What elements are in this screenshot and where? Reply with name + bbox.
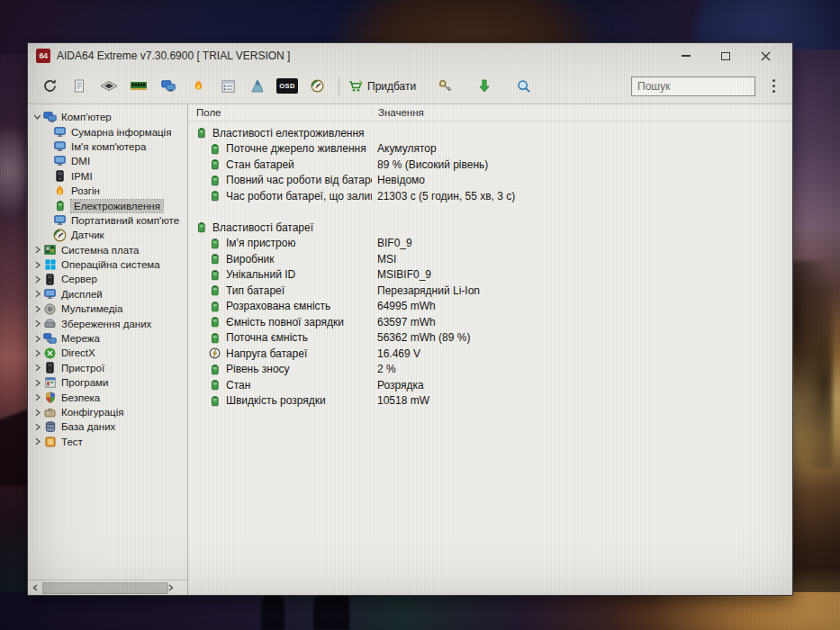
tree-item[interactable]: Дисплей [28,287,187,302]
tree-item[interactable]: Безпека [28,390,187,404]
close-button[interactable] [745,44,785,68]
battery-icon [208,174,221,186]
battery-icon [194,221,208,234]
sidebar-horizontal-scrollbar[interactable] [28,580,187,595]
more-menu-button[interactable] [763,75,783,98]
tree-item[interactable]: Тест [28,435,187,449]
column-header-field[interactable]: Поле [188,107,372,118]
refresh-icon [42,78,58,94]
network-icon [43,332,57,345]
buy-button[interactable]: Придбати [348,75,416,98]
scroll-left-arrow[interactable] [28,580,42,596]
tree-item-content: Конфігурація [43,406,126,418]
info-row[interactable]: Рівень зносу2 % [188,362,792,378]
tree-item[interactable]: Системна плата [28,243,187,257]
flame-button[interactable] [187,75,209,98]
column-headers: Поле Значення [188,104,792,122]
tree-item-content: Операційна система [43,258,163,271]
devices-icon [161,80,176,93]
info-value: MSIBIF0_9 [372,268,792,281]
tree-item-label: Датчик [71,229,107,241]
chevron-right-icon [32,259,43,270]
wizard-button[interactable] [247,75,268,98]
info-row[interactable]: Поточна ємність56362 mWh (89 %) [188,330,792,346]
info-row[interactable]: Ємність повної зарядки63597 mWh [188,314,792,330]
key-button[interactable] [434,75,456,98]
column-header-value[interactable]: Значення [372,107,792,118]
buy-icon [348,80,363,93]
section-header-row[interactable]: Властивості електроживлення [188,125,792,141]
info-field-label: Поточне джерело живлення [226,142,366,155]
tree-item[interactable]: Сервер [28,272,187,286]
tree-item-label: Безпека [61,392,103,404]
chevron-right-icon [32,274,43,284]
report-button[interactable] [68,75,90,98]
search-button[interactable] [513,75,535,98]
title-bar[interactable]: 64 AIDA64 Extreme v7.30.6900 [ TRIAL VER… [28,43,792,68]
info-row[interactable]: СтанРозрядка [188,377,792,393]
download-button[interactable] [474,75,495,98]
tower-icon [43,362,57,374]
chevron-right-icon [32,363,43,374]
battery-icon [208,284,221,297]
minimize-button[interactable] [666,44,706,68]
info-row[interactable]: Розрахована ємність64995 mWh [188,299,792,315]
tree-item[interactable]: Датчик [28,228,187,242]
tree-item[interactable]: Мультимедіа [28,302,187,316]
scrollbar-thumb[interactable] [42,582,168,594]
tree-item[interactable]: Збереження даних [28,316,187,330]
computer-icon [43,111,57,123]
gauge-button[interactable] [306,75,328,98]
info-field-label: Виробник [226,253,275,266]
tree-item[interactable]: Мережа [28,331,187,346]
info-row[interactable]: Напруга батареї16.469 V [188,346,792,362]
tree-item[interactable]: DirectX [28,346,187,360]
info-row[interactable]: Ім'я пристроюBIF0_9 [188,236,792,252]
info-row[interactable]: Стан батарей89 % (Високий рівень) [188,157,792,173]
gauge-icon [311,79,324,93]
toolbar: OSDПридбати [28,68,792,104]
info-row[interactable]: Поточне джерело живленняАкумулятор [188,141,792,158]
tree-item[interactable]: Електроживлення [28,198,187,212]
section-header-row[interactable]: Властивості батареї [188,220,792,236]
tree-item[interactable]: IPMI [28,169,187,184]
tree-item-content: Пристрої [43,362,107,374]
maximize-button[interactable] [706,44,745,68]
tree-item[interactable]: Конфігурація [28,405,187,419]
info-row[interactable]: Час роботи батареї, що залиш...21303 с (… [188,188,792,204]
devices-button[interactable] [158,75,179,98]
tree-item[interactable]: Сумарна інформація [28,124,187,139]
osd-button[interactable]: OSD [276,75,298,98]
info-row[interactable]: Швидкість розрядки10518 mW [188,393,792,410]
refresh-button[interactable] [39,75,60,98]
tree-item[interactable]: Комп'ютер [28,110,187,124]
info-value: 16.469 V [372,347,792,360]
preferences-button[interactable] [217,75,239,98]
info-field-label: Стан [226,379,250,392]
info-row[interactable]: Унікальний IDMSIBIF0_9 [188,267,792,284]
chevron-right-icon [32,421,43,432]
tree-item[interactable]: DMI [28,154,187,168]
info-row[interactable]: Тип батареїПерезарядний Li-Ion [188,283,792,299]
memory-button[interactable] [128,75,149,98]
tree-item[interactable]: Розгін [28,184,187,198]
memory-icon [131,81,147,91]
tree-item[interactable]: Портативний комп'юте [28,213,187,228]
search-input[interactable] [631,76,755,96]
wallpaper-left-sky [0,54,29,596]
tree-item-content: Програми [43,376,111,389]
tree-item[interactable]: Ім'я комп'ютера [28,140,187,154]
tree-item-label: Дисплей [61,288,105,301]
tree-item-content: DMI [53,155,93,167]
tree-item[interactable]: Пристрої [28,361,187,375]
info-row[interactable]: Повний час роботи від батареїНевідомо [188,173,792,189]
chevron-right-icon [32,392,43,403]
search-icon [517,79,531,94]
info-row[interactable]: ВиробникMSI [188,251,792,267]
disc-icon [43,302,57,315]
cpu-button[interactable] [98,75,120,98]
wallpaper-ground [0,592,840,630]
tree-item[interactable]: Операційна система [28,257,187,272]
tree-item[interactable]: Програми [28,375,187,390]
tree-item[interactable]: База даних [28,419,187,434]
